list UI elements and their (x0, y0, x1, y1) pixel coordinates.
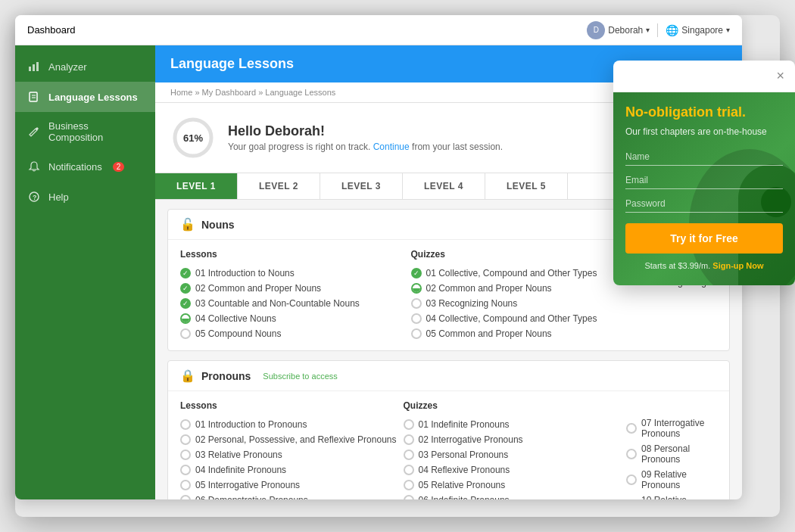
chevron-down-icon-2: ▾ (726, 26, 730, 34)
list-item: ✓ 03 Countable and Non-Countable Nouns (180, 296, 411, 311)
status-none (411, 328, 422, 339)
pronouns-quizzes-col: Quizzes 01 Indefinite Pronouns 02 Interr… (404, 400, 627, 499)
list-item: 06 Demonstrative Pronouns (180, 493, 404, 499)
modal-tagline: No-obligation trial. (625, 104, 783, 121)
try-free-button[interactable]: Try it for Free (625, 223, 783, 254)
modal-body: No-obligation trial. Our first chapters … (613, 92, 795, 285)
tab-level1[interactable]: LEVEL 1 (155, 173, 238, 199)
modal-description: Our first chapters are on-the-house (625, 126, 783, 138)
sidebar-label-language: Language Lessons (48, 92, 138, 103)
trial-modal: × No-obligation trial. Our first chapter… (613, 61, 795, 285)
username: Deborah (608, 25, 643, 36)
list-item: ✓ 02 Common and Proper Nouns (180, 281, 411, 296)
sidebar-item-notifications[interactable]: Notifications 2 (15, 151, 155, 182)
section-pronouns: 🔒 Pronouns Subscribe to access Lessons 0… (167, 360, 730, 499)
sidebar-item-analyzer[interactable]: Analyzer (15, 51, 155, 82)
nouns-lessons-header: Lessons (180, 249, 411, 260)
status-none (404, 434, 414, 445)
location-label: Singapore (681, 25, 723, 36)
pronouns-lessons-col: Lessons 01 Introduction to Pronouns 02 P… (180, 400, 404, 499)
divider (657, 23, 658, 37)
list-item: ✓ 01 Introduction to Nouns (180, 266, 411, 281)
name-input[interactable] (625, 148, 783, 166)
sidebar-label-business: Business Composition (48, 120, 143, 143)
list-item: 06 Indefinite Pronouns (404, 493, 627, 499)
list-item: 03 Recognizing Nouns (411, 296, 642, 311)
list-item: 03 Personal Pronouns (404, 447, 627, 462)
svg-rect-0 (29, 67, 31, 71)
location-menu[interactable]: 🌐 Singapore ▾ (666, 24, 730, 36)
list-item: 04 Indefinite Pronouns (180, 462, 404, 478)
subscribe-link-pronouns[interactable]: Subscribe to access (263, 372, 337, 381)
price-text: Starts at $3.99/m. (644, 261, 710, 270)
title-bar: Dashboard D Deborah ▾ 🌐 Singapore ▾ (15, 15, 742, 45)
status-done: ✓ (180, 298, 191, 309)
status-none (404, 480, 414, 490)
sidebar-item-business[interactable]: Business Composition (15, 112, 155, 151)
svg-text:?: ? (33, 194, 37, 201)
list-item: 04 Collective, Compound and Other Types (411, 311, 642, 326)
window-title: Dashboard (27, 24, 76, 36)
status-partial (411, 283, 422, 294)
status-none (411, 313, 422, 324)
status-none (411, 298, 422, 309)
continue-link[interactable]: Continue (373, 142, 410, 152)
status-none (180, 450, 191, 460)
list-item: 04 Reflexive Pronouns (404, 462, 627, 478)
help-icon: ? (27, 190, 41, 204)
progress-ring: 61% (170, 115, 216, 160)
book-icon (27, 90, 41, 104)
modal-close-button[interactable]: × (776, 68, 784, 84)
status-done: ✓ (180, 283, 191, 294)
avatar: D (587, 21, 605, 39)
email-input[interactable] (625, 172, 783, 189)
list-item: 03 Relative Pronouns (180, 447, 404, 462)
status-none (180, 465, 191, 475)
signup-link[interactable]: Sign-up Now (712, 261, 763, 270)
sidebar-label-help: Help (48, 191, 69, 203)
sidebar: Analyzer Language Lessons (15, 45, 155, 499)
chart-icon (27, 60, 41, 73)
list-item: 08 Personal Pronouns (626, 441, 717, 467)
user-menu[interactable]: D Deborah ▾ (587, 21, 650, 39)
status-done: ✓ (411, 268, 422, 278)
list-item: 05 Interrogative Pronouns (180, 478, 404, 493)
chevron-down-icon: ▾ (646, 26, 650, 34)
list-item: ✓ 01 Collective, Compound and Other Type… (411, 266, 642, 281)
nouns-lessons-col: Lessons ✓ 01 Introduction to Nouns ✓ 02 … (180, 249, 411, 341)
svg-rect-2 (36, 62, 39, 71)
list-item: 10 Relative Pronouns (626, 493, 717, 499)
modal-footer: Starts at $3.99/m. Sign-up Now (625, 261, 783, 270)
list-item: 05 Common and Proper Nouns (411, 326, 642, 341)
sidebar-label-analyzer: Analyzer (48, 61, 87, 73)
list-item: 02 Common and Proper Nouns (411, 281, 642, 296)
list-item: 01 Indefinite Pronouns (404, 417, 627, 432)
status-none (404, 495, 414, 499)
sidebar-label-notifications: Notifications (48, 161, 102, 173)
section-pronouns-header: 🔒 Pronouns Subscribe to access (168, 361, 729, 391)
list-item: 05 Compound Nouns (180, 326, 411, 341)
nouns-quizzes-header: Quizzes (411, 249, 642, 260)
tab-level5[interactable]: LEVEL 5 (485, 173, 568, 199)
tab-level4[interactable]: LEVEL 4 (403, 173, 485, 199)
password-input[interactable] (625, 195, 783, 213)
pronouns-lessons-header: Lessons (180, 400, 404, 411)
modal-header: × (613, 61, 795, 92)
tab-level3[interactable]: LEVEL 3 (320, 173, 403, 199)
greeting: Hello Deborah! (228, 123, 503, 139)
list-item: 02 Personal, Possessive, and Reflexive P… (180, 432, 404, 447)
status-done: ✓ (180, 268, 191, 278)
list-item: 04 Collective Nouns (180, 311, 411, 326)
tab-level2[interactable]: LEVEL 2 (238, 173, 320, 199)
sidebar-item-help[interactable]: ? Help (15, 182, 155, 212)
list-item: 07 Interrogative Pronouns (626, 415, 717, 441)
svg-rect-3 (30, 92, 37, 101)
breadcrumb-text: Home » My Dashboard » Language Lessons (170, 88, 335, 97)
pronouns-title: Pronouns (201, 370, 251, 382)
svg-rect-1 (33, 64, 35, 71)
page-title: Language Lessons (170, 56, 294, 71)
unlock-icon-nouns: 🔓 (180, 217, 195, 232)
list-item: 05 Relative Pronouns (404, 478, 627, 493)
sidebar-item-language-lessons[interactable]: Language Lessons (15, 82, 155, 112)
nouns-quizzes-col: Quizzes ✓ 01 Collective, Compound and Ot… (411, 249, 642, 341)
